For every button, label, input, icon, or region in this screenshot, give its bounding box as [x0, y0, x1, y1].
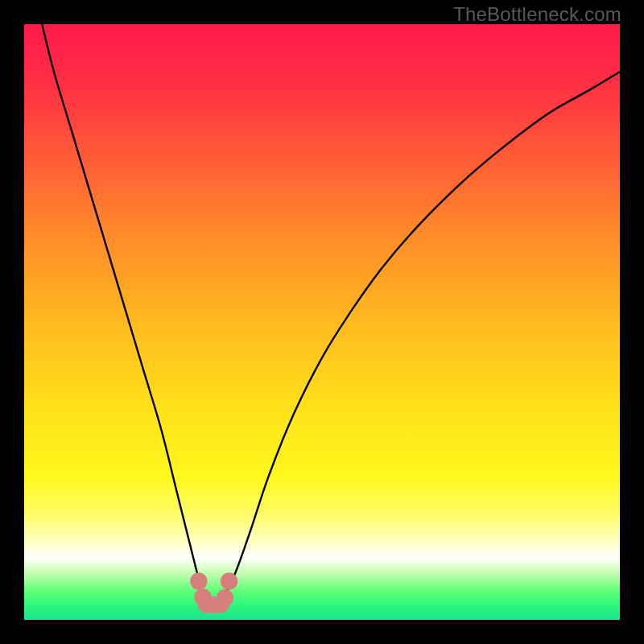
- neck-marker: [190, 572, 207, 589]
- gradient-background: [24, 24, 620, 620]
- neck-marker: [217, 589, 233, 606]
- neck-marker: [221, 572, 237, 589]
- watermark-text: TheBottleneck.com: [453, 3, 621, 26]
- bottleneck-chart: [24, 24, 620, 620]
- plot-area: [24, 24, 620, 620]
- outer-frame: TheBottleneck.com: [0, 0, 644, 644]
